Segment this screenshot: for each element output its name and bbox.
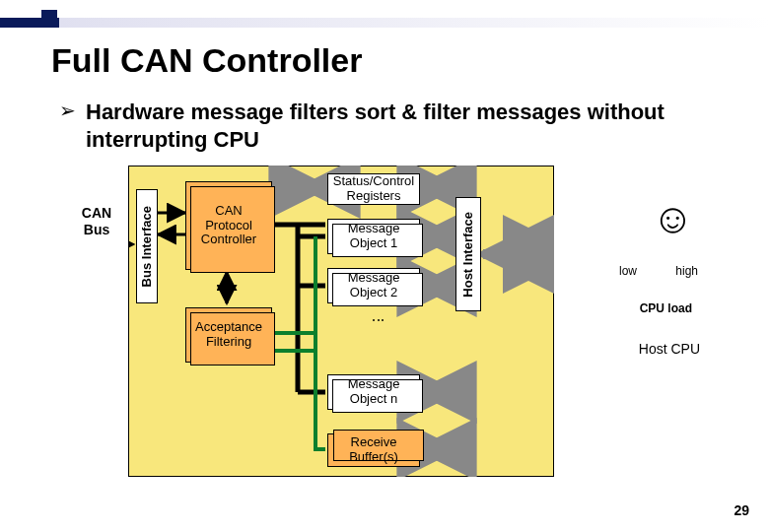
cpu-high-label: high	[675, 264, 698, 278]
page-number: 29	[734, 502, 749, 518]
receive-buffers-box: Receive Buffer(s)	[327, 433, 420, 467]
msg-obj-1-box: Message Object 1	[327, 219, 420, 254]
ellipsis-icon: ⋮	[371, 313, 386, 327]
smiley-icon: ☺	[652, 195, 694, 242]
host-interface-box: Host Interface	[455, 197, 481, 311]
host-interface-label: Host Interface	[461, 212, 476, 298]
msg-obj-n-label: Message Object n	[332, 377, 415, 407]
acceptance-filtering-box: Acceptance Filtering	[185, 307, 272, 363]
diagram-area: CAN Bus	[73, 166, 704, 481]
bus-interface-label: Bus Interface	[140, 206, 155, 287]
protocol-controller-label: CAN Protocol Controller	[190, 204, 267, 248]
cpu-low-label: low	[619, 264, 637, 278]
bullet-text: Hardware message filters sort & filter m…	[86, 99, 697, 153]
host-cpu-label: Host CPU	[639, 341, 700, 357]
receive-buffers-label: Receive Buffer(s)	[332, 435, 415, 465]
slide-top-rule	[0, 18, 769, 28]
acceptance-filtering-label: Acceptance Filtering	[190, 320, 267, 350]
slide-title: Full CAN Controller	[51, 41, 362, 80]
bullet-row: ➢ Hardware message filters sort & filter…	[59, 99, 697, 153]
status-registers-label: Status/Control Registers	[332, 174, 415, 204]
bus-interface-box: Bus Interface	[136, 189, 158, 303]
protocol-controller-box: CAN Protocol Controller	[185, 181, 272, 270]
bullet-glyph-icon: ➢	[59, 99, 76, 122]
msg-obj-1-label: Message Object 1	[332, 222, 415, 251]
msg-obj-n-box: Message Object n	[327, 374, 420, 410]
status-registers-box: Status/Control Registers	[327, 173, 420, 205]
cpu-load-label: CPU load	[640, 301, 692, 315]
can-bus-label: CAN Bus	[71, 205, 122, 238]
msg-obj-2-label: Message Object 2	[332, 271, 415, 300]
msg-obj-2-box: Message Object 2	[327, 268, 420, 303]
